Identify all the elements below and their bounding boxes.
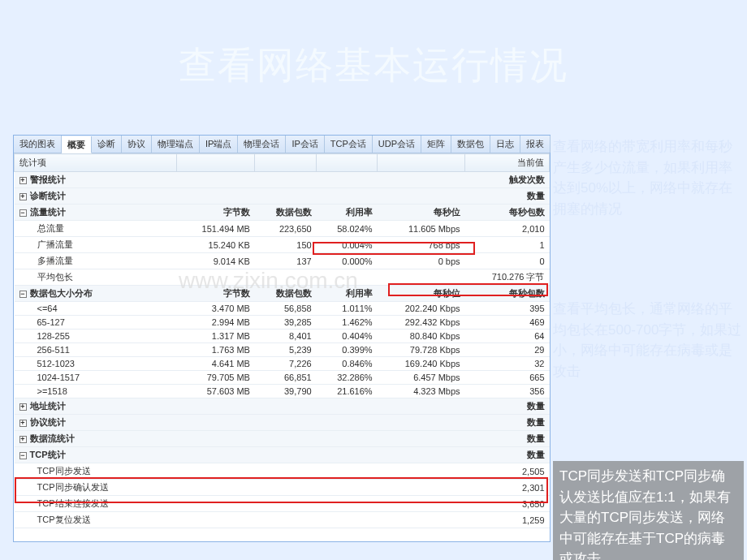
row-dist-6[interactable]: >=151857.603 MB39,79021.616%4.323 Mbps35… [15,385,550,398]
row-dist-1[interactable]: 65-1272.994 MB39,2851.462%292.432 Kbps46… [15,316,550,330]
tab-phys-session[interactable]: 物理会话 [238,136,286,153]
col-2[interactable] [177,154,255,172]
row-total-traffic[interactable]: 总流量 151.494 MB 223,650 58.024% 11.605 Mb… [15,221,550,237]
tab-report[interactable]: 报表 [520,136,551,153]
cell: 292.432 Kbps [378,316,465,330]
tab-packets[interactable]: 数据包 [451,136,490,153]
hdr-pkts: 数据包数 [255,286,317,302]
col-3[interactable] [255,154,317,172]
col-4[interactable] [317,154,378,172]
row-tcp[interactable]: −TCP统计 数量 [15,447,550,463]
cell: 4.323 Mbps [378,385,465,398]
row-proto[interactable]: +协议统计 数量 [15,415,550,431]
row-dist-4[interactable]: 512-10234.641 MB7,2260.846%169.240 Kbps3… [15,357,550,371]
row-addr[interactable]: +地址统计 数量 [15,398,550,415]
row-dist-5[interactable]: 1024-151779.705 MB66,85132.286%6.457 Mbp… [15,371,550,385]
row-flow[interactable]: +数据流统计 数量 [15,431,550,447]
tab-tcp-session[interactable]: TCP会话 [325,136,373,153]
hdr-bytes: 字节数 [177,286,255,302]
stats-table-wrap: 统计项 当前值 +警报统计 触发次数 +诊断统计 数量 −流量统计 字节数 [14,153,550,541]
row-tcp-fin[interactable]: TCP结束连接发送 3,650 [15,496,550,512]
cell: 0.404% [317,330,378,343]
collapse-icon[interactable]: − [19,209,27,217]
row-broadcast[interactable]: 广播流量 15.240 KB 150 0.004% 768 bps 1 [15,237,550,253]
label-flow: 数据流统计 [30,433,75,443]
note-avglen: 查看平均包长，通常网络的平均包长在500-700字节，如果过小，网络中可能存在病… [553,299,744,381]
cell: 356 [465,385,550,398]
cell: 80.840 Kbps [378,330,465,343]
tab-diag[interactable]: 诊断 [92,136,122,153]
cell: 2,010 [465,221,550,237]
dist-range: <=64 [15,302,177,316]
row-alarm[interactable]: +警报统计 触发次数 [15,172,550,188]
cell: 7,226 [255,357,317,371]
cell: 79.728 Kbps [378,343,465,357]
val-flow: 数量 [465,431,550,447]
tab-mychart[interactable]: 我的图表 [14,136,62,153]
row-dist-3[interactable]: 256-5111.763 MB5,2390.399%79.728 Kbps29 [15,343,550,357]
tab-phys-endpoint[interactable]: 物理端点 [152,136,200,153]
cell: 79.705 MB [177,371,255,385]
col-current-value[interactable]: 当前值 [465,154,550,172]
cell: 57.603 MB [177,385,255,398]
tab-matrix[interactable]: 矩阵 [421,136,451,153]
dist-range: 128-255 [15,330,177,343]
slide-title: 查看网络基本运行情况 [0,41,747,91]
cell: 6.457 Mbps [378,371,465,385]
expand-icon[interactable]: + [19,177,27,184]
row-tcp-rst[interactable]: TCP复位发送 1,259 [15,512,550,528]
val-tcp-syn: 2,505 [465,463,550,480]
hdr-bps: 每秒位 [378,286,465,302]
col-5[interactable] [378,154,465,172]
cell: 0.004% [317,237,378,253]
val-avglen: 710.276 字节 [465,269,550,286]
label-multicast: 多播流量 [15,253,177,269]
col-stat-item[interactable]: 统计项 [15,154,177,172]
cell: 0.846% [317,357,378,371]
tab-ip-session[interactable]: IP会话 [286,136,324,153]
cell: 395 [465,302,550,316]
tab-summary[interactable]: 概要 [62,136,92,153]
hdr-bps: 每秒位 [378,205,465,221]
collapse-icon[interactable]: − [19,452,27,459]
expand-icon[interactable]: + [19,420,27,427]
val-proto: 数量 [465,415,550,431]
expand-icon[interactable]: + [19,436,27,443]
tab-log[interactable]: 日志 [490,136,520,153]
dist-range: 1024-1517 [15,371,177,385]
row-traffic[interactable]: −流量统计 字节数 数据包数 利用率 每秒位 每秒包数 [15,205,550,221]
row-dist-0[interactable]: <=643.470 MB56,8581.011%202.240 Kbps395 [15,302,550,316]
label-addr: 地址统计 [30,401,66,411]
expand-icon[interactable]: + [19,193,27,200]
dist-range: 65-127 [15,316,177,330]
tab-ip-endpoint[interactable]: IP端点 [200,136,238,153]
dist-range: 256-511 [15,343,177,357]
label-broadcast: 广播流量 [15,237,177,253]
header-row: 统计项 当前值 [15,154,550,172]
expand-icon[interactable]: + [19,403,27,411]
cell: 1.462% [317,316,378,330]
cell: 32 [465,357,550,371]
val-diag: 数量 [465,188,550,205]
hdr-pps: 每秒包数 [465,205,550,221]
row-pkt-dist[interactable]: −数据包大小分布 字节数 数据包数 利用率 每秒位 每秒包数 [15,286,550,302]
collapse-icon[interactable]: − [19,291,27,298]
cell: 21.616% [317,385,378,398]
row-tcp-syn[interactable]: TCP同步发送 2,505 [15,463,550,480]
row-avglen[interactable]: 平均包长 710.276 字节 [15,269,550,286]
row-diag[interactable]: +诊断统计 数量 [15,188,550,205]
tab-udp-session[interactable]: UDP会话 [373,136,421,153]
hdr-util: 利用率 [317,286,378,302]
tab-protocol[interactable]: 协议 [122,136,152,153]
row-tcp-synack[interactable]: TCP同步确认发送 2,301 [15,480,550,496]
cell: 3.470 MB [177,302,255,316]
row-dist-2[interactable]: 128-2551.317 MB8,4010.404%80.840 Kbps64 [15,330,550,343]
label-tcp-fin: TCP结束连接发送 [15,496,177,512]
cell: 29 [465,343,550,357]
cell: 0.000% [317,253,378,269]
label-tcp-synack: TCP同步确认发送 [15,480,177,496]
cell: 58.024% [317,221,378,237]
cell: 11.605 Mbps [378,221,465,237]
row-multicast[interactable]: 多播流量 9.014 KB 137 0.000% 0 bps 0 [15,253,550,269]
stats-panel: 我的图表 概要 诊断 协议 物理端点 IP端点 物理会话 IP会话 TCP会话 … [13,135,551,542]
